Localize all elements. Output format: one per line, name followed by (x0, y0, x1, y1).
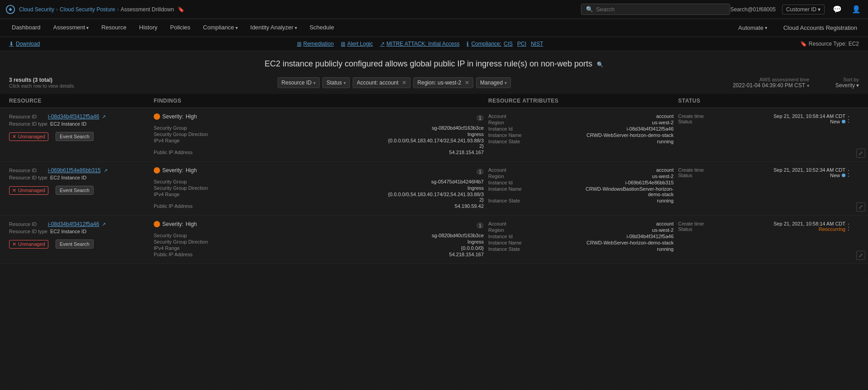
download-button[interactable]: ⬇ Download (9, 41, 40, 47)
severity-badge-3: Severity: High (154, 221, 197, 227)
filter-chips: Resource ID ▾ Status ▾ Account: account … (83, 77, 705, 88)
resource-id-link-3[interactable]: i-08d34b4f3412f5a46 (48, 221, 99, 227)
external-link-icon: ↗ (380, 41, 385, 47)
table-row[interactable]: Resource ID i-08d34b4f3412f5a46 ↗ Resour… (0, 108, 868, 162)
top-nav-right: Search@01f68005 Customer ID ▾ 💬 👤 (730, 4, 863, 14)
sort-arrow-icon: ▾ (856, 82, 859, 89)
unmanaged-badge-2: ✕ Unmanaged (9, 186, 48, 195)
user-info: Search@01f68005 (730, 6, 775, 13)
toolbar-right: 🔖 Resource Type: EC2 (800, 41, 859, 47)
sort-dropdown[interactable]: Severity ▾ (835, 82, 859, 89)
resource-id-link-2[interactable]: i-069b61f54e86bb315 (48, 167, 101, 174)
resource-type-badge: 🔖 Resource Type: EC2 (800, 41, 859, 47)
row-status-2: Create time Sep 21, 2021, 10:52:34 AM CD… (678, 167, 859, 210)
nav-identity-analyzer[interactable]: Identity Analyzer (244, 19, 303, 36)
compliance-cis-link[interactable]: CIS (504, 41, 513, 47)
nav-assessment[interactable]: Assessment (47, 19, 95, 36)
chip-arrow-icon: ▾ (344, 80, 346, 85)
circle-x-icon: ✕ (12, 188, 16, 193)
top-nav: Cloud Security › Cloud Security Posture … (0, 0, 868, 19)
download-icon: ⬇ (9, 41, 14, 47)
event-search-button-2[interactable]: Event Search (56, 186, 94, 195)
customer-id-button[interactable]: Customer ID ▾ (782, 5, 825, 14)
nav-resource[interactable]: Resource (95, 19, 133, 36)
resource-id-link-1[interactable]: i-08d34b4f3412f5a46 (48, 113, 99, 120)
unmanaged-badge-3: ✕ Unmanaged (9, 240, 48, 249)
page-title: EC2 instance publicly configured allows … (264, 59, 592, 68)
row-resource-1: Resource ID i-08d34b4f3412f5a46 ↗ Resour… (9, 113, 154, 156)
circle-x-icon: ✕ (12, 134, 16, 140)
circle-x-icon: ✕ (12, 241, 16, 247)
expand-button-2[interactable]: ⤢ (856, 202, 865, 211)
row-resource-3: Resource ID i-08d34b4f3412f5a46 ↗ Resour… (9, 221, 154, 258)
row-menu-button-2[interactable]: ⋮ (843, 167, 854, 179)
nav-schedule[interactable]: Schedule (303, 19, 340, 36)
chip-remove-icon[interactable]: ✕ (465, 80, 469, 86)
search-icon: 🔍 (586, 6, 593, 13)
findings-count-1: 1 (476, 115, 484, 121)
row-attributes-2: Account account Region us-west-2 Instanc… (488, 167, 678, 210)
messages-button[interactable]: 💬 (831, 4, 844, 14)
filter-chip-managed[interactable]: Managed ▾ (476, 77, 511, 88)
severity-dot-icon (154, 113, 160, 120)
external-link-icon[interactable]: ↗ (104, 168, 108, 174)
nav-compliance[interactable]: Compliance (197, 19, 244, 36)
col-header-attributes: Resource Attributes (488, 98, 678, 104)
toolbar-left: ⬇ Download (9, 41, 40, 47)
breadcrumb-cloud-posture[interactable]: Cloud Security Posture (60, 6, 115, 13)
nav-cloud-registration[interactable]: Cloud Accounts Registration (778, 21, 863, 35)
event-search-button-1[interactable]: Event Search (56, 132, 94, 141)
external-link-icon[interactable]: ↗ (102, 221, 106, 227)
findings-count-3: 1 (476, 222, 484, 229)
page-info-icon[interactable]: 🔍 (597, 61, 604, 68)
breadcrumb-cloud-security[interactable]: Cloud Security (19, 6, 54, 13)
findings-count-2: 1 (476, 169, 484, 175)
compliance-pci-link[interactable]: PCI (517, 41, 526, 47)
filter-chip-resource-id[interactable]: Resource ID ▾ (278, 77, 320, 88)
row-menu-button-3[interactable]: ⋮ (843, 221, 854, 233)
filter-chip-account[interactable]: Account: account ✕ (353, 77, 410, 88)
user-profile-button[interactable]: 👤 (850, 4, 863, 14)
aws-time-value: 2022-01-04 04:39:40 PM CST (733, 82, 805, 89)
table-wrapper: Resource Findings Resource Attributes St… (0, 94, 868, 273)
external-link-icon[interactable]: ↗ (102, 114, 106, 120)
nav-right: Automate Cloud Accounts Registration (733, 21, 863, 35)
nav-automate[interactable]: Automate (733, 21, 773, 35)
chip-remove-icon[interactable]: ✕ (402, 80, 406, 86)
unmanaged-badge-1: ✕ Unmanaged (9, 132, 48, 141)
alert-logic-link[interactable]: ⊞ Alert Logic (341, 41, 373, 47)
search-bar: 🔍 (581, 4, 730, 15)
compliance-nist-link[interactable]: NIST (531, 41, 543, 47)
nav-history[interactable]: History (133, 19, 164, 36)
col-header-status: Status (678, 98, 859, 104)
table-row[interactable]: Resource ID i-069b61f54e86bb315 ↗ Resour… (0, 162, 868, 216)
aws-time-section: AWS assessment time 2022-01-04 04:39:40 … (710, 77, 809, 89)
filter-chip-status[interactable]: Status ▾ (322, 77, 350, 88)
toolbar: ⬇ Download ⊞ Remediation ⊞ Alert Logic ↗… (0, 37, 868, 51)
search-input[interactable] (596, 6, 725, 13)
bookmark-icon[interactable]: 🔖 (178, 6, 184, 13)
event-search-button-3[interactable]: Event Search (56, 240, 94, 249)
expand-button-1[interactable]: ⤢ (856, 149, 865, 158)
sort-section: Sort by Severity ▾ (814, 77, 859, 89)
remediation-link[interactable]: ⊞ Remediation (297, 41, 334, 47)
table-header: Resource Findings Resource Attributes St… (0, 94, 868, 108)
nav-dashboard[interactable]: Dashboard (5, 19, 47, 36)
table-row[interactable]: Resource ID i-08d34b4f3412f5a46 ↗ Resour… (0, 216, 868, 264)
nav-policies[interactable]: Policies (164, 19, 197, 36)
severity-dot-icon (154, 221, 160, 227)
filter-chip-region[interactable]: Region: us-west-2 ✕ (413, 77, 473, 88)
aws-time-dropdown[interactable]: ▾ (807, 83, 809, 88)
status-reoccurring-badge-3: Reoccurring (819, 226, 845, 232)
row-resource-2: Resource ID i-069b61f54e86bb315 ↗ Resour… (9, 167, 154, 210)
expand-button-3[interactable]: ⤢ (856, 251, 865, 260)
row-status-3: Create time Sep 21, 2021, 10:58:14 AM CD… (678, 221, 859, 258)
col-header-resource: Resource (9, 98, 154, 104)
col-header-findings: Findings (154, 98, 488, 104)
row-menu-button-1[interactable]: ⋮ (843, 113, 854, 125)
row-attributes-3: Account account Region us-west-2 Instanc… (488, 221, 678, 258)
info-icon: ℹ (467, 41, 469, 47)
chip-arrow-icon: ▾ (313, 80, 316, 85)
severity-badge-2: Severity: High (154, 167, 197, 174)
mitre-attack-link[interactable]: ↗ MITRE ATTACK: Initial Access (380, 41, 460, 47)
